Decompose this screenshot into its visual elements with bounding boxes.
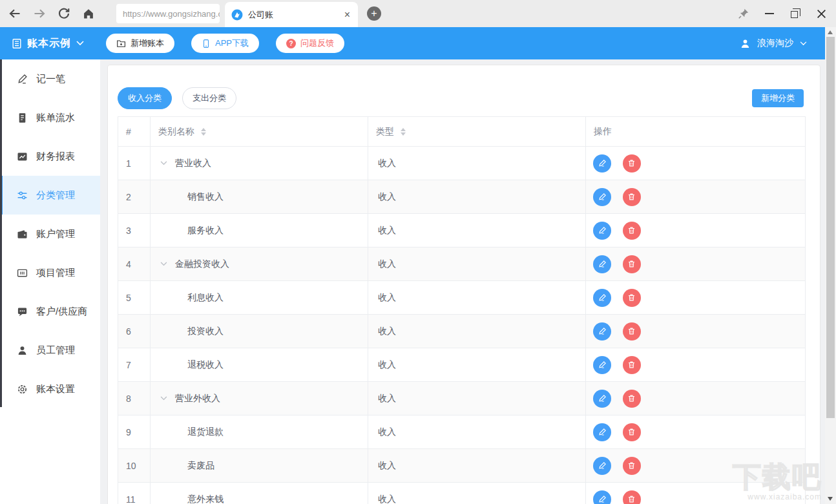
add-category-button[interactable]: 新增分类: [752, 89, 804, 107]
header-type: 类型: [368, 117, 586, 147]
sidebar-item-employees[interactable]: 员工管理: [0, 331, 100, 370]
browser-tab[interactable]: 公司账 ×: [225, 2, 358, 27]
sidebar-item-label: 记一笔: [36, 73, 65, 85]
edit-button[interactable]: [593, 423, 611, 441]
expand-chevron-icon[interactable]: [160, 262, 167, 266]
tab-close-icon[interactable]: ×: [343, 9, 351, 21]
delete-button[interactable]: [623, 154, 641, 173]
browser-chrome: https://www.gongsizhang.c 公司账 × +: [0, 0, 836, 27]
window-edge: [0, 59, 2, 407]
scroll-down-icon[interactable]: [828, 497, 833, 501]
edit-button[interactable]: [593, 255, 611, 273]
edit-button[interactable]: [593, 222, 611, 240]
edit-pencil-icon: [598, 193, 607, 201]
category-name: 退税收入: [187, 359, 224, 370]
sidebar-item-customers[interactable]: 客户/供应商: [0, 292, 100, 331]
sidebar-item-label: 分类管理: [36, 189, 75, 202]
project-icon: [17, 268, 28, 278]
tab-expense-categories[interactable]: 支出分类: [182, 87, 236, 109]
edit-pencil-icon: [598, 495, 607, 503]
delete-button[interactable]: [623, 356, 641, 374]
table-row: 5 利息收入 收入: [118, 281, 806, 315]
sidebar-item-label: 员工管理: [36, 344, 75, 357]
category-type: 收入: [368, 214, 586, 247]
row-index: 3: [118, 214, 151, 247]
scroll-up-icon[interactable]: [828, 30, 833, 34]
edit-button[interactable]: [593, 289, 611, 307]
trash-icon: [627, 226, 636, 235]
delete-button[interactable]: [623, 490, 641, 504]
category-type: 收入: [368, 483, 586, 504]
category-type: 收入: [368, 180, 586, 214]
pin-icon[interactable]: [733, 4, 755, 23]
trash-icon: [627, 159, 636, 167]
header-index: #: [118, 117, 151, 147]
scrollbar-thumb[interactable]: [826, 37, 835, 418]
edit-button[interactable]: [593, 490, 611, 504]
edit-button[interactable]: [593, 188, 611, 206]
bill-icon: [17, 112, 28, 123]
expand-chevron-icon[interactable]: [160, 161, 167, 165]
table-body: 1 营业收入 收入 2 销售收入 收入: [118, 147, 806, 504]
edit-button[interactable]: [593, 154, 611, 173]
sidebar-item-projects[interactable]: 项目管理: [0, 253, 100, 292]
close-icon[interactable]: [810, 4, 832, 23]
chevron-down-icon: [800, 41, 807, 46]
sort-icon[interactable]: [201, 128, 206, 136]
url-text: https://www.gongsizhang.c: [123, 9, 220, 19]
category-type: 收入: [368, 348, 586, 382]
delete-button[interactable]: [623, 322, 641, 341]
trash-icon: [627, 260, 636, 268]
category-type: 收入: [368, 281, 586, 315]
user-menu[interactable]: 浪海淘沙: [740, 37, 807, 49]
add-ledger-button[interactable]: 新增账本: [106, 34, 174, 53]
table-header-row: # 类别名称 类型 操作: [118, 117, 806, 147]
row-index: 11: [118, 483, 151, 504]
ledger-switcher[interactable]: 账本示例: [12, 37, 84, 50]
delete-button[interactable]: [623, 188, 641, 206]
table-row: 2 销售收入 收入: [118, 180, 806, 214]
row-index: 6: [118, 315, 151, 348]
url-input[interactable]: https://www.gongsizhang.c: [116, 4, 220, 23]
sort-icon[interactable]: [401, 128, 406, 136]
refresh-icon[interactable]: [54, 4, 74, 23]
delete-button[interactable]: [623, 423, 641, 441]
categories-table: # 类别名称 类型 操作 1 营业收入 收入: [118, 116, 806, 504]
forward-icon[interactable]: [30, 4, 49, 23]
delete-button[interactable]: [623, 222, 641, 240]
delete-button[interactable]: [623, 457, 641, 475]
minimize-icon[interactable]: [758, 4, 780, 23]
scrollbar[interactable]: [825, 27, 836, 504]
ledger-title: 账本示例: [27, 37, 71, 50]
category-name: 营业收入: [175, 158, 211, 168]
home-icon[interactable]: [79, 4, 98, 23]
sidebar-item-accounts[interactable]: 账户管理: [0, 215, 100, 253]
delete-button[interactable]: [623, 390, 641, 408]
app-header: 账本示例 新增账本 APP下载 ? 问题反馈 浪海淘沙: [0, 27, 825, 59]
expand-chevron-icon[interactable]: [160, 396, 167, 401]
tab-income-categories[interactable]: 收入分类: [118, 87, 172, 109]
new-tab-button[interactable]: +: [367, 6, 381, 21]
sidebar-item-record[interactable]: 记一笔: [0, 59, 100, 98]
category-type: 收入: [368, 315, 586, 348]
tab-title: 公司账: [248, 9, 343, 21]
sidebar-item-settings[interactable]: 账本设置: [0, 370, 100, 408]
feedback-button[interactable]: ? 问题反馈: [276, 34, 344, 53]
edit-button[interactable]: [593, 322, 611, 341]
edit-button[interactable]: [593, 390, 611, 408]
restore-icon[interactable]: [784, 4, 806, 23]
category-type: 收入: [368, 147, 586, 180]
delete-button[interactable]: [623, 255, 641, 273]
app-download-button[interactable]: APP下载: [191, 34, 259, 53]
edit-button[interactable]: [593, 356, 611, 374]
sidebar-item-categories[interactable]: 分类管理: [0, 176, 100, 215]
user-name: 浪海淘沙: [757, 37, 793, 49]
header-label: 类别名称: [158, 126, 194, 136]
back-icon[interactable]: [5, 4, 25, 23]
edit-button[interactable]: [593, 457, 611, 475]
content-card: 收入分类 支出分类 新增分类 # 类别名称 类型 操作 1: [107, 65, 820, 504]
trash-icon: [627, 495, 636, 503]
sidebar-item-bills[interactable]: 账单流水: [0, 98, 100, 137]
delete-button[interactable]: [623, 289, 641, 307]
sidebar-item-reports[interactable]: 财务报表: [0, 137, 100, 176]
